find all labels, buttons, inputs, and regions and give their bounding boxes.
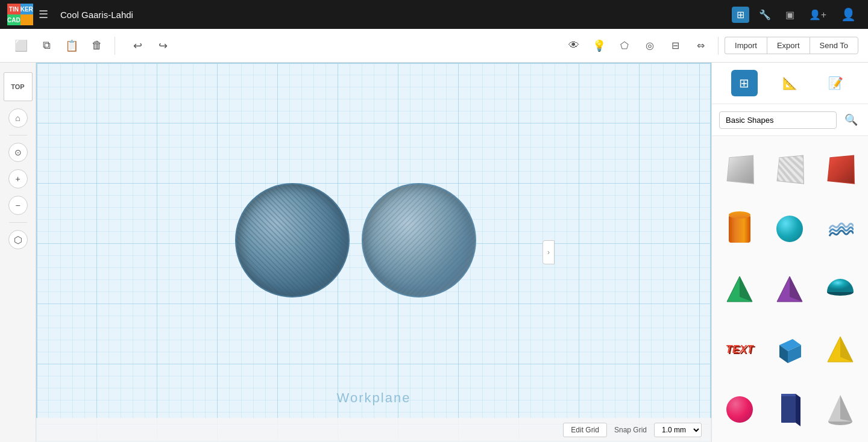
logo-t: TIN (7, 4, 20, 14)
hamburger-icon[interactable]: ☰ (39, 8, 48, 21)
import-btn[interactable]: Import (725, 37, 767, 54)
profile-btn[interactable]: 👤+ (804, 7, 831, 23)
main-layout: TOP ⌂ ⊙ + − ⬡ Workplane › Edit Grid Snap… (0, 63, 868, 442)
logo[interactable]: TIN KER CAD (7, 4, 29, 25)
shape-half-sphere-icon (823, 272, 857, 306)
copy-btn[interactable]: ⧉ (35, 34, 58, 57)
shape-half-sphere-visual (825, 274, 855, 304)
canvas-area[interactable]: Workplane › Edit Grid Snap Grid 1.0 mm 0… (36, 63, 711, 442)
svg-marker-12 (796, 394, 800, 426)
separator-2 (718, 37, 719, 55)
shape-pyramid-green-item[interactable] (714, 259, 765, 319)
align-btn[interactable]: ⊟ (664, 34, 687, 57)
notes-panel-btn[interactable]: 📝 (822, 70, 849, 96)
logo-i: KER (20, 4, 33, 14)
avatar-btn[interactable]: 👤 (836, 5, 861, 24)
right-panel: ⊞ 📐 📝 Basic Shapes Featured Shape Genera… (711, 63, 868, 442)
search-shapes-btn[interactable]: 🔍 (841, 110, 861, 129)
panel-top-icons: ⊞ 📐 📝 (712, 63, 868, 104)
shape-pyramid-purple-visual (773, 272, 807, 306)
svg-marker-15 (840, 395, 852, 422)
shape-pyramid-purple-item[interactable] (765, 259, 816, 319)
sphere-right[interactable] (362, 183, 476, 297)
undo-btn[interactable]: ↩ (126, 34, 149, 57)
shape-pyramid-yellow-icon (823, 332, 857, 366)
shape-cone-item[interactable] (815, 379, 866, 440)
shape-pyramid-purple-icon (773, 272, 807, 306)
import-export-area: Import Export Send To (725, 37, 858, 54)
shape-box-gray-item[interactable] (714, 139, 765, 199)
snap-grid-select[interactable]: 1.0 mm 0.5 mm 2.0 mm (654, 423, 702, 437)
shape-wavy-item[interactable] (815, 199, 866, 259)
shape-box-stripe-item[interactable] (765, 139, 816, 199)
zoom-out-btn[interactable]: − (8, 196, 28, 215)
shape-pyramid-green-visual (723, 272, 756, 306)
shape-box-stripe-visual (777, 155, 805, 184)
shape-box-blue-item[interactable] (765, 319, 816, 379)
view-mode-btn[interactable]: 👁 (562, 34, 585, 57)
home-view-btn[interactable]: ⌂ (8, 108, 28, 128)
shape-wavy-visual (827, 216, 854, 242)
shape-box-red-icon (823, 152, 857, 185)
sphere-left[interactable] (235, 183, 350, 297)
separator-1 (115, 37, 115, 55)
shape-box-navy-item[interactable] (765, 379, 816, 440)
new-workplane-btn[interactable]: ⬜ (10, 34, 33, 57)
export-btn[interactable]: Export (767, 37, 810, 54)
shape-cylinder-icon (723, 212, 756, 246)
shape-sphere-pink-visual (726, 396, 753, 423)
paste-btn[interactable]: 📋 (60, 34, 83, 57)
shape-box-red-visual (828, 155, 855, 184)
shape-pyramid-yellow-visual (825, 334, 855, 364)
shape-box-gray-visual (726, 155, 754, 184)
logo-n: CAD (7, 14, 20, 25)
code-btn[interactable]: ▣ (781, 7, 799, 23)
orbit-btn[interactable]: ⊙ (8, 143, 28, 162)
circle-btn[interactable]: ◎ (638, 34, 661, 57)
shape-box-gray-icon (723, 152, 756, 185)
snap-grid-label: Snap Grid (614, 426, 647, 434)
bottom-bar: Edit Grid Snap Grid 1.0 mm 0.5 mm 2.0 mm (36, 418, 711, 442)
shape-cylinder-item[interactable] (714, 199, 765, 259)
shape-text-visual: TEXT (726, 343, 753, 356)
shape-half-sphere-item[interactable] (815, 259, 866, 319)
shape-pyramid-yellow-item[interactable] (815, 319, 866, 379)
shape-box-blue-visual (775, 334, 805, 364)
shape-sphere-pink-icon (723, 393, 756, 426)
mirror-btn[interactable]: ⇔ (689, 34, 712, 57)
grid-view-btn[interactable]: ⊞ (732, 7, 749, 23)
shape-box-navy-visual (778, 393, 802, 426)
shapes-panel-btn[interactable]: ⊞ (731, 70, 758, 96)
zoom-in-btn[interactable]: + (8, 169, 28, 188)
shape-box-blue-icon (773, 332, 807, 366)
top-bar-right: ⊞ 🔧 ▣ 👤+ 👤 (732, 5, 861, 24)
ruler-panel-btn[interactable]: 📐 (776, 70, 803, 96)
toolbar: ⬜ ⧉ 📋 🗑 ↩ ↪ 👁 💡 ⬠ ◎ ⊟ ⇔ Import Export Se… (0, 29, 868, 63)
shape-sphere-teal-item[interactable] (765, 199, 816, 259)
shape-box-stripe-icon (773, 152, 807, 185)
delete-btn[interactable]: 🗑 (86, 34, 108, 57)
view-label: TOP (4, 72, 33, 101)
shape-sphere-pink-item[interactable] (714, 379, 765, 440)
shape-cone-visual (825, 393, 855, 426)
send-to-btn[interactable]: Send To (810, 37, 858, 54)
build-btn[interactable]: 🔧 (754, 7, 776, 23)
shape-cone-icon (823, 393, 857, 426)
redo-btn[interactable]: ↪ (151, 34, 174, 57)
shape-sphere-teal-icon (773, 212, 807, 246)
shape-pyramid-green-icon (723, 272, 756, 306)
left-sidebar: TOP ⌂ ⊙ + − ⬡ (0, 63, 36, 442)
view-cube-btn[interactable]: ⬡ (8, 230, 28, 249)
shape-text-item[interactable]: TEXT (714, 319, 765, 379)
edit-grid-btn[interactable]: Edit Grid (563, 423, 607, 437)
project-name: Cool Gaaris-Lahdi (60, 10, 725, 20)
collapse-panel-btn[interactable]: › (542, 240, 555, 264)
light-btn[interactable]: 💡 (588, 34, 611, 57)
polygon-btn[interactable]: ⬠ (613, 34, 636, 57)
shape-text-icon: TEXT (723, 332, 756, 366)
shape-box-red-item[interactable] (815, 139, 866, 199)
shape-category-select[interactable]: Basic Shapes Featured Shape Generators T… (719, 111, 837, 129)
shape-sphere-teal-visual (776, 216, 803, 242)
nav-divider-2 (9, 222, 27, 223)
undo-redo-group: ↩ ↪ (126, 34, 174, 57)
